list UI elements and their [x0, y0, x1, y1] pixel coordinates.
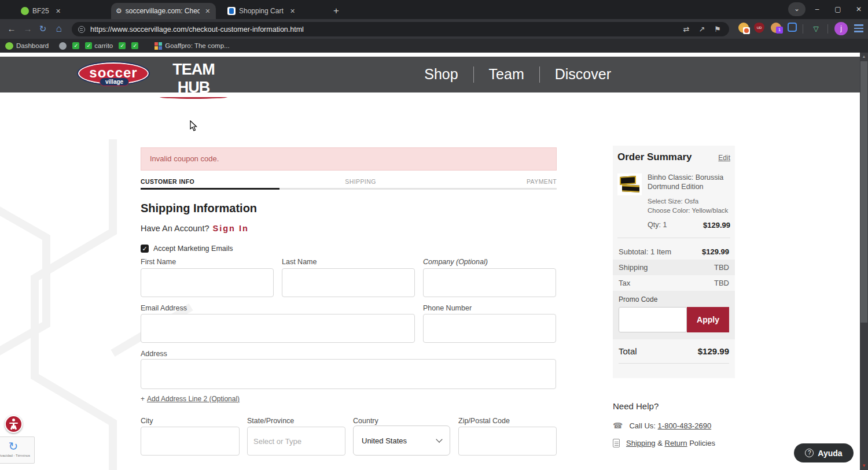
tab-close-icon[interactable]: ✕ — [54, 6, 63, 16]
bookmark-goaffpro[interactable]: Goaffpro: The comp... — [155, 42, 229, 50]
maximize-button[interactable]: ▢ — [826, 0, 849, 18]
last-name-input[interactable] — [282, 268, 415, 297]
total-value: $129.99 — [698, 346, 729, 356]
nav-shop[interactable]: Shop — [424, 66, 458, 83]
tab-bf25[interactable]: BF25 ✕ — [16, 3, 108, 19]
bookmark-dashboard[interactable]: Dashboard — [5, 42, 49, 50]
email-input[interactable] — [141, 314, 415, 343]
forward-icon[interactable]: → — [21, 23, 35, 35]
address-label: Address — [141, 350, 167, 358]
url-text[interactable]: https://www.soccervillage.com/checkout-c… — [90, 25, 674, 34]
address-input[interactable] — [141, 359, 556, 389]
bookmark-check-2[interactable]: ✓ — [119, 42, 126, 49]
order-summary-title: Order Summary — [617, 151, 692, 163]
check-icon: ✓ — [119, 42, 126, 49]
globe-icon — [59, 42, 67, 50]
tab-title: BF25 — [32, 7, 49, 15]
step-shipping[interactable]: SHIPPING — [345, 178, 376, 185]
product-size: Select Size: Osfa — [648, 197, 730, 206]
window-chevron-button[interactable]: ⌄ — [788, 2, 806, 16]
city-input[interactable] — [141, 427, 240, 456]
zip-input[interactable] — [458, 427, 557, 456]
home-icon[interactable]: ⌂ — [52, 23, 66, 35]
phone-number-link[interactable]: 1-800-483-2690 — [658, 421, 712, 430]
site-header: soccer village TEAM HUB ORDERING PLATFOR… — [0, 57, 860, 92]
account-prompt: Have An Account?Sign In — [141, 224, 249, 233]
scroll-down-icon[interactable]: ▼ — [860, 462, 868, 470]
bookmark-globe[interactable] — [59, 42, 67, 50]
tax-value: TBD — [714, 279, 729, 287]
state-label: State/Province — [247, 417, 294, 425]
back-icon[interactable]: ← — [5, 23, 19, 35]
cart-favicon — [227, 7, 236, 15]
close-button[interactable]: ✕ — [847, 0, 868, 18]
minimize-button[interactable]: – — [806, 0, 829, 18]
shipping-policy-link[interactable]: Shipping — [626, 439, 656, 447]
profile-avatar[interactable]: j — [834, 22, 848, 35]
page-scrollbar[interactable]: ▲ ▼ — [860, 53, 868, 470]
tab-favicon — [21, 7, 29, 15]
marketing-checkbox[interactable]: ✓ — [141, 245, 149, 253]
company-input[interactable] — [423, 268, 556, 297]
check-icon: ✓ — [72, 42, 79, 49]
site-settings-icon[interactable] — [78, 26, 85, 33]
step-payment[interactable]: PAYMENT — [527, 178, 557, 185]
bookmark-icon[interactable]: ⚑ — [714, 25, 721, 34]
subtotal-row: Subtotal: 1 Item $129.99 — [613, 244, 735, 260]
bookmarks-bar: Dashboard ✓ ✓ carrito ✓ ✓ Goaffpro: The … — [0, 39, 868, 53]
need-help-section: Need Help? ☎ Call Us: 1-800-483-2690 Shi… — [613, 401, 735, 456]
cookie-blocker-extension-icon[interactable] — [738, 23, 749, 33]
scroll-up-icon[interactable]: ▲ — [860, 53, 868, 61]
check-icon: ✓ — [131, 42, 138, 49]
first-name-input[interactable] — [141, 268, 274, 297]
return-policy-link[interactable]: Return — [665, 439, 687, 447]
new-tab-button[interactable]: + — [330, 5, 343, 17]
affiliate-extension-icon[interactable]: 1 — [771, 23, 781, 33]
tab-shopping-cart[interactable]: Shopping Cart ✕ — [223, 3, 323, 19]
apply-promo-button[interactable]: Apply — [687, 307, 729, 332]
product-price: $129.99 — [703, 221, 730, 230]
translate-icon[interactable]: ⇄ — [683, 25, 690, 34]
state-input[interactable] — [247, 427, 345, 456]
scrollbar-thumb[interactable] — [860, 61, 867, 323]
flask-labs-icon[interactable]: ▽ — [809, 23, 823, 35]
tab-close-icon[interactable]: ✕ — [204, 6, 211, 16]
help-chat-button[interactable]: ? Ayuda — [794, 443, 854, 462]
bookmark-carrito[interactable]: ✓ carrito — [85, 42, 113, 49]
page-title: Shipping Information — [141, 202, 257, 215]
chevron-down-icon — [436, 436, 442, 442]
nav-team[interactable]: Team — [489, 66, 524, 83]
add-address-line2-link[interactable]: +Add Address Line 2 (Optional) — [141, 395, 240, 403]
hexagon-watermark — [0, 53, 231, 470]
country-select[interactable]: United States — [353, 425, 450, 456]
edit-cart-link[interactable]: Edit — [718, 154, 730, 162]
bookmark-check-1[interactable]: ✓ — [72, 42, 79, 49]
document-icon — [613, 439, 620, 447]
tab-checkout-active[interactable]: ⚙ soccervillage.com: Checkout: C ✕ — [111, 3, 216, 19]
shield-extension-icon[interactable]: UD — [754, 23, 764, 33]
menu-icon[interactable] — [854, 24, 863, 32]
phone-input[interactable] — [423, 314, 556, 343]
error-banner: Invalid coupon code. — [141, 147, 557, 171]
tab-title: Shopping Cart — [239, 7, 284, 15]
recaptcha-terms[interactable]: Privacidad - Términos — [0, 454, 34, 457]
dashboard-favicon — [5, 42, 13, 50]
sign-in-link[interactable]: Sign In — [213, 224, 249, 233]
tab-close-icon[interactable]: ✕ — [288, 6, 297, 16]
step-customer-info[interactable]: CUSTOMER INFO — [141, 178, 194, 185]
address-bar[interactable]: https://www.soccervillage.com/checkout-c… — [72, 22, 729, 36]
promo-code-input[interactable] — [619, 307, 687, 332]
extensions-puzzle-icon[interactable] — [788, 23, 797, 32]
reload-icon[interactable]: ↻ — [36, 23, 50, 35]
question-icon: ? — [805, 449, 814, 457]
check-icon: ✓ — [85, 42, 92, 49]
share-icon[interactable]: ↗ — [698, 25, 705, 34]
product-name: Binho Classic: Borussia Dortmund Edition — [648, 173, 730, 191]
zip-label: Zip/Postal Code — [458, 417, 510, 425]
email-label: Email Address — [141, 304, 187, 312]
bookmark-check-3[interactable]: ✓ — [131, 42, 138, 49]
tab-title: soccervillage.com: Checkout: C — [126, 7, 200, 15]
nav-discover[interactable]: Discover — [555, 66, 611, 83]
accessibility-button[interactable] — [5, 415, 23, 433]
nav-divider — [539, 66, 540, 83]
